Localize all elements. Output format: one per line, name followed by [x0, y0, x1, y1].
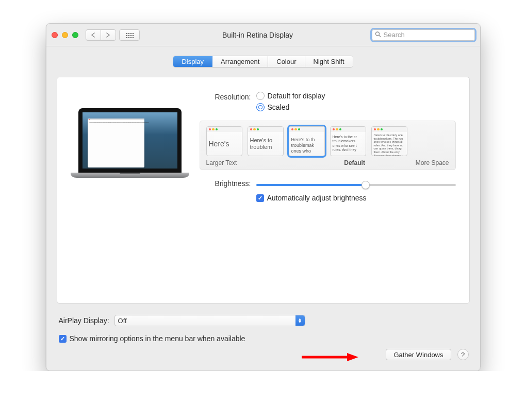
thumb-text: Here's to troublem	[248, 132, 283, 156]
display-preferences-window: Built-in Retina Display Display Arrangem…	[46, 23, 481, 371]
device-screen: ▪▪▪▪▪▪▪▪▪▪▪▪▪▪▪▪▪▪▪▪▪▪▪▪▪▪▪▪▪▪▪▪▪▪▪▪▪▪▪▪…	[78, 108, 182, 173]
resolution-option-1[interactable]: Here's	[206, 126, 242, 156]
tab-row: Display Arrangement Colour Night Shift	[46, 56, 480, 68]
content-panel: ▪▪▪▪▪▪▪▪▪▪▪▪▪▪▪▪▪▪▪▪▪▪▪▪▪▪▪▪▪▪▪▪▪▪▪▪▪▪▪▪…	[57, 77, 470, 304]
caption-default: Default	[344, 159, 365, 166]
help-icon: ?	[461, 351, 465, 359]
resolution-row: Resolution: Default for display Scaled	[200, 93, 456, 111]
tab-arrangement[interactable]: Arrangement	[212, 56, 268, 67]
radio-icon	[256, 103, 265, 111]
checkbox-label: Show mirroring options in the menu bar w…	[70, 334, 245, 343]
grid-icon	[125, 32, 134, 38]
brightness-slider[interactable]	[256, 184, 456, 186]
thumb-text: Here's	[207, 132, 242, 156]
zoom-window-button[interactable]	[72, 32, 78, 38]
brightness-row: Brightness:	[200, 179, 456, 188]
window-traffic-lights	[52, 32, 78, 38]
mirroring-checkbox[interactable]: Show mirroring options in the menu bar w…	[59, 334, 468, 343]
gather-windows-button[interactable]: Gather Windows	[386, 349, 451, 360]
caption-more-space: More Space	[416, 159, 449, 166]
radio-default-for-display[interactable]: Default for display	[256, 92, 325, 100]
radio-label: Scaled	[268, 103, 290, 111]
svg-line-1	[379, 35, 381, 37]
resolution-option-3[interactable]: Here's to th troublemak ones who	[289, 126, 325, 156]
resolution-option-5[interactable]: Here's to the crazy one troublemakers. T…	[371, 126, 407, 156]
airplay-value: Off	[118, 317, 127, 325]
resolution-thumbnails: Here's Here's to troublem Here's to th t…	[200, 121, 456, 170]
button-label: Gather Windows	[393, 351, 443, 359]
slider-handle-icon	[361, 181, 370, 189]
radio-scaled[interactable]: Scaled	[256, 103, 325, 111]
svg-marker-3	[347, 353, 358, 361]
checkbox-icon	[59, 335, 67, 343]
thumb-text: Here's to the crazy one troublemakers. T…	[372, 132, 407, 156]
airplay-label: AirPlay Display:	[59, 316, 109, 325]
show-all-prefs-button[interactable]	[119, 29, 140, 41]
minimize-window-button[interactable]	[62, 32, 68, 38]
airplay-row: AirPlay Display: Off ▲▼	[59, 315, 468, 326]
help-button[interactable]: ?	[457, 349, 469, 360]
checkbox-label: Automatically adjust brightness	[267, 194, 367, 202]
airplay-select[interactable]: Off ▲▼	[114, 315, 305, 326]
back-button[interactable]	[86, 29, 101, 41]
tab-colour[interactable]: Colour	[268, 56, 305, 67]
bottom-section: AirPlay Display: Off ▲▼ Show mirroring o…	[46, 310, 480, 343]
preview-doc-window: ▪▪▪▪▪▪▪▪▪▪▪▪▪▪▪▪▪▪▪▪▪▪▪▪▪▪▪▪▪▪▪▪▪▪▪▪▪▪▪▪…	[88, 119, 144, 167]
resolution-label: Resolution:	[200, 93, 251, 101]
search-field-wrap	[372, 29, 475, 41]
toolbar-nav	[86, 29, 140, 41]
svg-point-0	[375, 32, 379, 36]
titlebar: Built-in Retina Display	[46, 24, 480, 46]
search-input[interactable]	[372, 29, 475, 41]
tab-night-shift[interactable]: Night Shift	[305, 56, 353, 67]
checkbox-icon	[256, 194, 264, 202]
device-base	[71, 173, 189, 178]
tab-segmented-control: Display Arrangement Colour Night Shift	[173, 56, 353, 68]
chevron-left-icon	[91, 32, 95, 38]
auto-brightness-row: Automatically adjust brightness	[200, 194, 456, 202]
close-window-button[interactable]	[52, 32, 58, 38]
tab-display[interactable]: Display	[173, 56, 212, 67]
radio-icon	[256, 92, 265, 100]
chevron-right-icon	[106, 32, 110, 38]
search-icon	[375, 31, 381, 39]
resolution-option-2[interactable]: Here's to troublem	[248, 126, 284, 156]
caption-larger-text: Larger Text	[206, 159, 237, 166]
auto-brightness-checkbox[interactable]: Automatically adjust brightness	[256, 194, 367, 202]
thumb-text: Here's to th troublemak ones who	[289, 132, 324, 156]
annotation-arrow-icon	[302, 352, 358, 362]
device-preview: ▪▪▪▪▪▪▪▪▪▪▪▪▪▪▪▪▪▪▪▪▪▪▪▪▪▪▪▪▪▪▪▪▪▪▪▪▪▪▪▪…	[71, 108, 189, 202]
brightness-label: Brightness:	[200, 179, 251, 188]
forward-button[interactable]	[101, 29, 116, 41]
resolution-option-4[interactable]: Here's to the cr troublemakers. ones who…	[330, 126, 366, 156]
radio-label: Default for display	[268, 92, 325, 100]
window-title: Built-in Retina Display	[144, 31, 372, 39]
select-stepper-icon: ▲▼	[295, 315, 305, 326]
thumbnail-captions: Larger Text Default More Space	[206, 159, 449, 166]
thumb-text: Here's to the cr troublemakers. ones who…	[331, 132, 366, 156]
resolution-radio-group: Default for display Scaled	[256, 92, 325, 111]
